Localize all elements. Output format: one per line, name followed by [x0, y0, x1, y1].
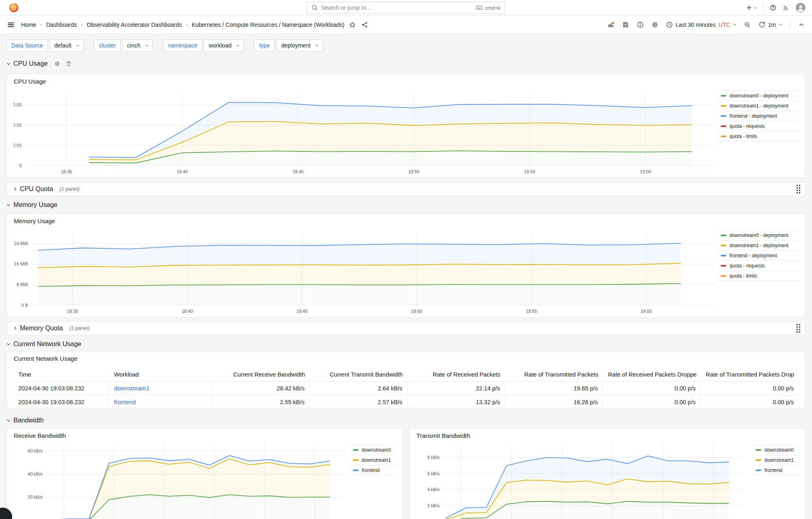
variable-value-dropdown[interactable]: workload: [204, 39, 244, 52]
legend-swatch: [721, 235, 726, 236]
dashboard-insights-button[interactable]: [637, 22, 644, 28]
new-button[interactable]: [746, 4, 756, 11]
row-drag-handle[interactable]: [797, 185, 800, 194]
grafana-logo-icon[interactable]: [9, 3, 19, 13]
row-header-cpu-usage[interactable]: CPU Usage: [6, 58, 806, 69]
search-input[interactable]: [321, 4, 473, 11]
table-cell: 28.42 kB/s: [212, 381, 310, 395]
global-search[interactable]: cmd+k: [307, 2, 505, 14]
cpu-usage-chart[interactable]: 18:3518:4018:4518:5018:5519:0000.010.020…: [13, 86, 718, 178]
share-icon[interactable]: [361, 22, 368, 28]
legend-swatch: [721, 245, 726, 246]
panel-title[interactable]: Memory Usage: [14, 218, 55, 224]
legend-item[interactable]: quota - requests: [718, 261, 799, 271]
legend-item[interactable]: downstream0 - deployment: [718, 230, 799, 240]
row-header-memory-quota[interactable]: Memory Quota (1 panel): [6, 321, 806, 335]
legend-swatch: [721, 265, 726, 267]
panel-title[interactable]: Current Network Usage: [14, 355, 78, 362]
table-column-header[interactable]: Rate of Received Packets: [408, 371, 505, 378]
legend-item[interactable]: downstream1 - deployment: [718, 101, 799, 111]
breadcrumb-separator: ›: [186, 22, 188, 28]
save-dashboard-button[interactable]: [622, 22, 629, 28]
row-delete-trash-icon[interactable]: [66, 61, 71, 67]
workload-link[interactable]: downstream1: [114, 385, 149, 392]
legend-item[interactable]: downstream1: [350, 455, 396, 465]
table-column-header[interactable]: Time: [13, 371, 109, 378]
panel-title[interactable]: CPU Usage: [14, 78, 46, 85]
legend-item[interactable]: downstream0: [350, 445, 396, 455]
legend-label: downstream1 - deployment: [730, 103, 788, 109]
refresh-icon: [759, 22, 765, 28]
table-row: 2024-04-30 19:03:08.232downstream128.42 …: [13, 381, 799, 395]
panel-title[interactable]: Receive Bandwidth: [14, 432, 66, 439]
legend-item[interactable]: downstream1 - deployment: [718, 240, 799, 250]
workload-link[interactable]: frontend: [114, 399, 136, 405]
legend-item[interactable]: downstream0: [753, 445, 799, 455]
memory-usage-chart[interactable]: 18:3518:4018:4518:5018:5519:000 B8 MiB16…: [13, 226, 718, 317]
table-column-header[interactable]: Current Transmit Bandwidth: [310, 371, 408, 378]
menu-icon[interactable]: [7, 21, 15, 28]
variable-data-source: Data Sourcedefault: [6, 39, 84, 52]
table-cell: 2024-04-30 19:03:08.232: [13, 395, 109, 408]
panel-title[interactable]: Transmit Bandwidth: [417, 432, 470, 439]
variable-label: namespace: [163, 39, 202, 52]
add-panel-icon: [608, 22, 614, 28]
rss-icon: [783, 4, 789, 11]
legend-item[interactable]: downstream0 - deployment: [718, 90, 799, 101]
svg-text:0: 0: [19, 163, 22, 168]
row-header-current-network-usage[interactable]: Current Network Usage: [6, 338, 806, 350]
search-shortcut: cmd+k: [476, 4, 501, 11]
row-settings-gear-icon[interactable]: [54, 61, 60, 67]
variable-value-dropdown[interactable]: deployment: [276, 39, 323, 52]
row-header-cpu-quota[interactable]: CPU Quota (1 panel): [6, 182, 806, 196]
panel-memory-usage: Memory Usage 18:3518:4018:4518:5018:5519…: [6, 213, 806, 318]
breadcrumb-item[interactable]: Dashboards: [46, 22, 77, 28]
legend-item[interactable]: quota - limits: [718, 271, 799, 281]
legend-item[interactable]: frontend - deployment: [718, 111, 799, 121]
refresh-picker[interactable]: 1m: [759, 22, 782, 28]
kiosk-mode-button[interactable]: [798, 22, 805, 28]
variable-label: type: [254, 39, 274, 52]
table-column-header[interactable]: Rate of Transmitted Packets Drop: [701, 371, 799, 378]
chevron-down-icon: [7, 61, 10, 65]
breadcrumb-item[interactable]: Observability Accelerator Dashboards: [87, 22, 182, 28]
legend-item[interactable]: quota - limits: [718, 131, 799, 141]
variable-value-dropdown[interactable]: default: [50, 39, 84, 52]
legend-item[interactable]: frontend - deployment: [718, 250, 799, 261]
variable-value-dropdown[interactable]: cinch: [122, 39, 153, 52]
table-cell: 16.28 p/s: [505, 395, 603, 408]
user-avatar[interactable]: [796, 3, 806, 13]
table-column-header[interactable]: Rate of Transmitted Packets: [505, 371, 603, 378]
legend-item[interactable]: frontend: [753, 465, 799, 475]
svg-text:19:00: 19:00: [641, 309, 652, 314]
table-column-header[interactable]: Rate of Received Packets Droppe: [603, 371, 701, 378]
table-column-header[interactable]: Workload: [109, 371, 212, 378]
table-cell: frontend: [109, 395, 212, 408]
time-range-picker[interactable]: Last 30 minutes UTC: [666, 22, 736, 28]
panel-transmit-bandwidth: Transmit Bandwidth 18:3518:4018:4518:501…: [409, 428, 806, 519]
variable-cluster: clustercinch: [94, 39, 153, 52]
breadcrumb-item[interactable]: Home: [21, 22, 36, 28]
row-header-memory-usage[interactable]: Memory Usage: [6, 199, 806, 211]
dashboard-settings-button[interactable]: [652, 22, 658, 28]
table-cell: 22.14 p/s: [408, 381, 505, 395]
star-icon[interactable]: [349, 22, 356, 28]
help-button[interactable]: [770, 4, 776, 11]
variable-label: cluster: [94, 39, 121, 52]
legend-swatch: [721, 115, 726, 117]
receive-bandwidth-chart[interactable]: 18:3518:4018:4518:5018:5519:000 B/s20 kB…: [13, 441, 346, 519]
transmit-bandwidth-chart[interactable]: 18:3518:4018:4518:5018:5519:000 B/s2 kB/…: [416, 441, 745, 519]
table-cell: 2.55 kB/s: [212, 395, 310, 408]
legend-label: downstream1: [764, 457, 794, 463]
news-button[interactable]: [783, 4, 789, 11]
legend-item[interactable]: downstream1: [753, 455, 799, 465]
row-drag-handle[interactable]: [797, 324, 800, 333]
breadcrumb-separator: ›: [81, 22, 82, 28]
legend-item[interactable]: quota - requests: [718, 121, 799, 131]
add-panel-button[interactable]: [608, 22, 614, 28]
legend-swatch: [721, 255, 726, 256]
legend-item[interactable]: frontend: [350, 465, 396, 475]
zoom-out-time-button[interactable]: [744, 22, 751, 28]
table-column-header[interactable]: Current Receive Bandwidth: [212, 371, 310, 378]
row-header-bandwidth[interactable]: Bandwidth: [6, 415, 806, 426]
